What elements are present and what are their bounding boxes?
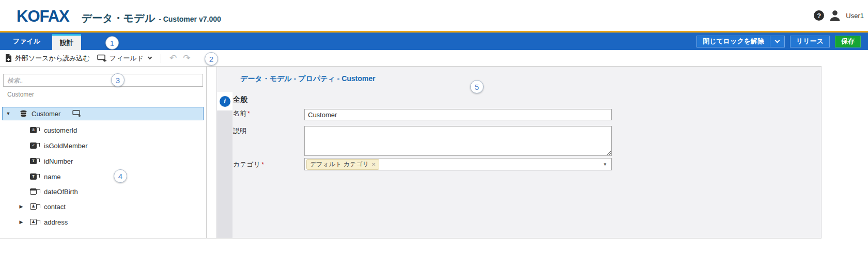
tree-item-label: idNumber: [44, 157, 73, 165]
expand-caret-icon[interactable]: ▶: [19, 219, 24, 225]
field-add-icon: [97, 54, 107, 62]
tree-row-address[interactable]: ▶ ♟ address: [2, 215, 204, 229]
category-tag: デフォルト カテゴリ ✕: [306, 159, 379, 170]
section-title-general: 全般: [233, 95, 247, 104]
ribbon-actions: 閉じてロックを解除 リリース 保存: [696, 33, 868, 50]
model-tree-panel: Customer ▼ Customer 3 customerId: [0, 67, 207, 238]
category-combobox[interactable]: デフォルト カテゴリ ✕ ▼: [304, 158, 612, 170]
header-right: ? User1: [814, 0, 864, 31]
required-marker: *: [247, 110, 250, 117]
text-field-icon: T: [30, 158, 37, 164]
close-unlock-dropdown[interactable]: [770, 36, 785, 47]
collapse-caret-icon[interactable]: ▼: [6, 111, 11, 116]
info-icon: i: [220, 96, 230, 107]
required-marker: *: [261, 161, 264, 168]
properties-breadcrumb: データ・モデル - プロパティ - Customer: [240, 74, 376, 84]
close-unlock-button[interactable]: 閉じてロックを解除: [696, 36, 770, 47]
user-icon[interactable]: [828, 9, 842, 22]
tree-item-label: customerId: [44, 126, 77, 134]
brand: KOFAX データ・モデル - Customer v7.000: [17, 7, 221, 26]
toolbar-separator: [161, 54, 161, 63]
tab-general-info[interactable]: i: [217, 92, 233, 110]
number-field-icon: 3: [30, 127, 37, 133]
kofax-logo: KOFAX: [17, 7, 69, 26]
search-input[interactable]: [3, 74, 203, 87]
undo-icon[interactable]: ↶: [169, 54, 177, 62]
design-toolbar: 外部ソースから読み込む フィールド ↶ ↷: [0, 50, 822, 67]
panel-gap: [207, 67, 216, 238]
save-button[interactable]: 保存: [835, 36, 861, 47]
ribbon-tabs: ファイル 設計: [0, 33, 81, 50]
complex-field-icon: ♟: [30, 219, 37, 225]
field-button-label: フィールド: [110, 54, 144, 63]
chevron-down-icon: [148, 55, 152, 59]
help-icon[interactable]: ?: [814, 10, 824, 21]
redo-icon[interactable]: ↷: [183, 54, 190, 62]
annotation-3: 3: [111, 73, 125, 87]
tree-root-label: Customer: [32, 110, 60, 118]
tree-row-contact[interactable]: ▶ ♟ contact: [2, 200, 204, 213]
tree-row-isgoldmember[interactable]: ✓ isGoldMember: [2, 139, 204, 152]
date-field-icon: [30, 188, 37, 195]
tree-item-label: isGoldMember: [44, 142, 88, 150]
annotation-1: 1: [105, 36, 119, 50]
name-field[interactable]: [304, 109, 612, 120]
complex-field-icon: ♟: [30, 203, 37, 210]
import-from-external-source-button[interactable]: 外部ソースから読み込む: [4, 54, 90, 63]
release-button[interactable]: リリース: [790, 36, 830, 47]
tab-file[interactable]: ファイル: [13, 33, 40, 50]
description-field[interactable]: [304, 126, 612, 156]
boolean-field-icon: ✓: [30, 142, 37, 149]
tree-item-label: address: [44, 218, 68, 226]
import-button-label: 外部ソースから読み込む: [15, 54, 90, 63]
ribbon-bar: ファイル 設計 閉じてロックを解除 リリース 保存: [0, 33, 868, 50]
properties-panel: データ・モデル - プロパティ - Customer i 全般 名前* 説明 カ…: [216, 67, 822, 238]
category-tag-label: デフォルト カテゴリ: [310, 160, 369, 169]
expand-caret-icon[interactable]: ▶: [19, 204, 24, 209]
page-subtitle: - Customer v7.000: [159, 15, 221, 23]
add-field-button[interactable]: フィールド: [97, 54, 151, 63]
page-title: データ・モデル: [82, 11, 155, 25]
tree-row-idnumber[interactable]: T idNumber: [2, 154, 204, 168]
workspace: Customer ▼ Customer 3 customerId: [0, 67, 822, 239]
user-name: User1: [846, 12, 864, 20]
category-field-label: カテゴリ*: [233, 160, 264, 169]
add-field-inline-icon[interactable]: [72, 110, 82, 117]
import-document-icon: [4, 54, 12, 62]
tree-item-label: contact: [44, 203, 66, 211]
close-unlock-split-button: 閉じてロックを解除: [696, 36, 785, 47]
chevron-down-icon: [775, 38, 780, 43]
tree-row-name[interactable]: T name: [2, 170, 204, 183]
tag-close-icon[interactable]: ✕: [371, 162, 376, 167]
combo-caret-down-icon[interactable]: ▼: [603, 162, 607, 167]
description-field-label: 説明: [233, 126, 246, 136]
tree-row-customer-root[interactable]: ▼ Customer: [2, 107, 204, 120]
model-caption: Customer: [7, 91, 34, 98]
properties-tab-strip: [217, 92, 233, 238]
tab-design[interactable]: 設計: [52, 34, 81, 50]
tree-item-label: dateOfBirth: [44, 188, 78, 196]
annotation-5: 5: [470, 80, 484, 93]
app-header: KOFAX データ・モデル - Customer v7.000 ? User1: [0, 0, 868, 31]
app-window: KOFAX データ・モデル - Customer v7.000 ? User1 …: [0, 0, 868, 254]
data-model-stack-icon: [20, 110, 27, 118]
name-field-label: 名前*: [233, 109, 250, 118]
text-field-icon: T: [30, 173, 37, 180]
tree-row-customerid[interactable]: 3 customerId: [2, 123, 204, 137]
tree-row-dateofbirth[interactable]: dateOfBirth: [2, 185, 204, 198]
tree-item-label: name: [44, 173, 61, 181]
annotation-2: 2: [205, 52, 218, 66]
annotation-4: 4: [114, 169, 127, 183]
